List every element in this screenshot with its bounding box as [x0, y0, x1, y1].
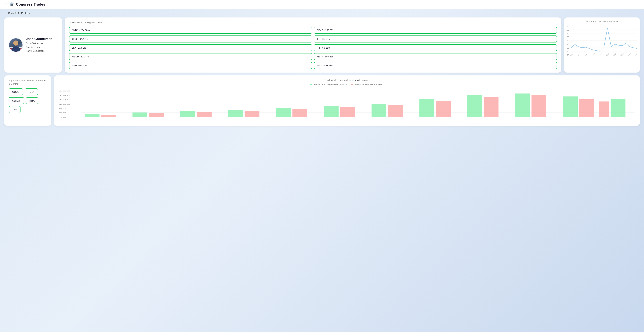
svg-rect-45	[149, 113, 164, 117]
transactions-line-chart: 10 20 30 40 50 60 70 80 90	[567, 24, 637, 57]
svg-text:30: 30	[567, 47, 569, 49]
svg-rect-56	[419, 99, 434, 117]
svg-text:12/2023: 12/2023	[620, 52, 624, 57]
ticker-button[interactable]: NVDA - 264.38%	[69, 27, 312, 34]
ticker-button[interactable]: TT - 80.54%	[314, 36, 557, 43]
purchased-ticker-button[interactable]: ZTO	[9, 106, 20, 113]
svg-rect-59	[484, 97, 498, 117]
app-title: Congress Trades	[16, 2, 45, 7]
ticker-button[interactable]: MEDP - 67.24%	[69, 53, 312, 60]
svg-text:10: 10	[567, 54, 569, 56]
sector-chart-title: Total Stock Transactions Made in Sector	[58, 79, 635, 82]
svg-rect-43	[101, 115, 116, 117]
sector-chart-card: Total Stock Transactions Made in Sector …	[54, 76, 640, 126]
top-row: Josh Gottheimer Josh Gottheimer Position…	[4, 18, 640, 73]
profile-full-name: Josh Gottheimer	[26, 42, 52, 45]
sector-chart-legend: Total Stock Purchases Made In Sector Tot…	[58, 83, 635, 86]
purchased-ticker-button[interactable]: GOOG	[9, 88, 23, 95]
legend-sales: Total Stock Sales Made In Sector	[351, 83, 384, 86]
profile-info: Josh Gottheimer Josh Gottheimer Position…	[26, 37, 52, 53]
svg-rect-64	[611, 99, 626, 117]
svg-rect-60	[515, 93, 530, 117]
svg-rect-47	[197, 112, 212, 117]
ticker-button[interactable]: META - 66.88%	[314, 53, 557, 60]
svg-text:60: 60	[58, 112, 66, 114]
svg-text:40: 40	[58, 116, 66, 118]
svg-text:8/2022: 8/2022	[592, 53, 595, 56]
purchased-card-title: Top 5 Purchased Tickers In the Past 3 Mo…	[9, 79, 47, 86]
svg-text:80: 80	[567, 29, 569, 31]
purchased-ticker-button[interactable]: TSLA	[25, 88, 38, 95]
svg-rect-48	[228, 110, 243, 117]
svg-rect-62	[563, 97, 578, 117]
svg-rect-44	[132, 113, 147, 117]
back-nav-label: Back To All Profiles	[8, 12, 30, 15]
ticker-row: GOOGTSLA	[9, 88, 47, 95]
bottom-row: Top 5 Purchased Tickers In the Past 3 Mo…	[4, 76, 640, 126]
profile-position: Position: House	[26, 45, 52, 49]
ticker-row: ZTO	[9, 106, 47, 113]
purchased-ticker-list: GOOGTSLASSMXYINTAZTO	[9, 88, 47, 113]
ticker-button[interactable]: CCXI - 94.44%	[69, 36, 312, 43]
purchased-card: Top 5 Purchased Tickers In the Past 3 Mo…	[4, 76, 51, 126]
profile-name: Josh Gottheimer	[26, 37, 52, 41]
growth-card: Tickers With The Highest Growth NVDA - 2…	[65, 18, 561, 73]
svg-text:4/2024: 4/2024	[627, 53, 631, 56]
ticker-button[interactable]: ITUB - 66.06%	[69, 62, 312, 69]
svg-rect-61	[532, 95, 546, 117]
purchased-ticker-button[interactable]: SSMXY	[9, 97, 24, 104]
ticker-button[interactable]: SPXC - 105.03%	[314, 27, 557, 34]
sector-bar-chart: 40 60 80 100 120 140 160	[58, 88, 635, 120]
svg-text:12/2022: 12/2022	[599, 52, 603, 57]
svg-rect-55	[388, 105, 403, 117]
back-nav[interactable]: ← Back To All Profiles	[0, 9, 644, 18]
svg-text:8/2023: 8/2023	[613, 53, 617, 56]
svg-text:90: 90	[567, 25, 569, 27]
ticker-button[interactable]: LLY - 71.91%	[69, 44, 312, 51]
profile-party: Party: Democratic	[26, 49, 52, 53]
svg-text:6/2024: 6/2024	[634, 53, 637, 56]
svg-rect-46	[180, 111, 195, 117]
svg-text:4/2022: 4/2022	[584, 53, 588, 56]
svg-text:80: 80	[58, 108, 66, 109]
svg-rect-52	[324, 106, 338, 117]
legend-purchases-label: Total Stock Purchases Made In Sector	[313, 83, 347, 86]
ticker-button[interactable]: ITT - 69.15%	[314, 44, 557, 51]
back-arrow-icon: ←	[4, 12, 7, 15]
svg-text:4/2023: 4/2023	[606, 53, 610, 56]
svg-rect-65	[599, 102, 609, 117]
profile-card: Josh Gottheimer Josh Gottheimer Position…	[4, 18, 62, 73]
transactions-chart-card: Total Stock Transactions By Month 10 20 …	[564, 18, 640, 73]
svg-rect-51	[292, 109, 307, 117]
avatar	[9, 38, 23, 52]
hamburger-icon[interactable]: ☰	[4, 2, 7, 6]
growth-card-title: Tickers With The Highest Growth	[69, 21, 557, 24]
app-header: ☰ 🏛️ Congress Trades	[0, 0, 644, 9]
svg-text:140: 140	[58, 95, 71, 96]
svg-text:70: 70	[567, 33, 569, 35]
svg-rect-42	[85, 114, 100, 117]
legend-sales-label: Total Stock Sales Made In Sector	[354, 83, 384, 86]
svg-text:120: 120	[58, 99, 71, 101]
svg-text:12/2021: 12/2021	[577, 52, 581, 57]
svg-text:40: 40	[567, 43, 569, 45]
transactions-chart-title: Total Stock Transactions By Month	[567, 20, 637, 23]
ticker-button[interactable]: AVGO - 61.48%	[314, 62, 557, 69]
svg-text:20: 20	[567, 51, 569, 53]
svg-text:8/2021: 8/2021	[570, 53, 574, 56]
svg-text:160: 160	[58, 90, 71, 92]
svg-rect-57	[436, 101, 450, 117]
legend-sales-dot	[351, 84, 353, 85]
svg-text:50: 50	[567, 40, 569, 42]
logo-icon: 🏛️	[9, 2, 14, 7]
svg-rect-50	[276, 108, 291, 117]
ticker-grid: NVDA - 264.38%SPXC - 105.03%CCXI - 94.44…	[69, 27, 557, 69]
main-content: Josh Gottheimer Josh Gottheimer Position…	[0, 18, 644, 130]
svg-rect-49	[245, 111, 260, 117]
svg-text:100: 100	[58, 103, 71, 105]
purchased-ticker-button[interactable]: INTA	[26, 97, 38, 104]
legend-purchases-dot	[310, 84, 312, 85]
svg-rect-54	[372, 104, 386, 117]
svg-rect-53	[340, 107, 355, 117]
legend-purchases: Total Stock Purchases Made In Sector	[310, 83, 347, 86]
